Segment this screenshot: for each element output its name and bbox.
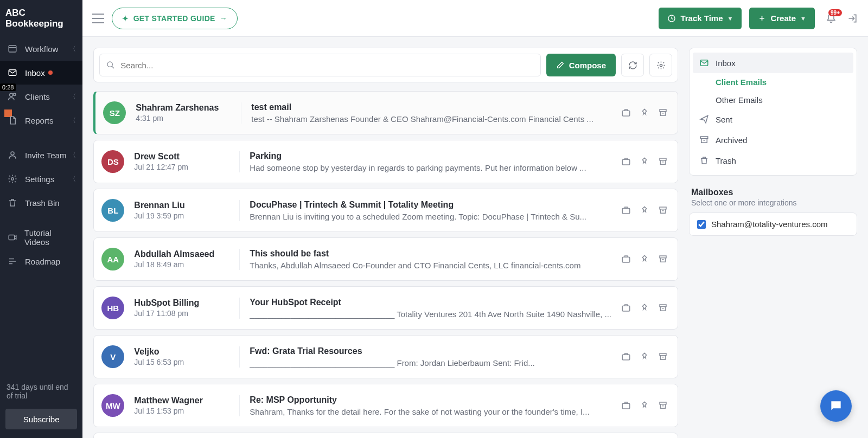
row-actions [621, 108, 668, 118]
email-time: Jul 15 6:53 pm [134, 358, 229, 366]
email-subject: DocuPhase | Trintech & Summit | Totality… [250, 200, 611, 210]
create-button[interactable]: ＋ Create ▼ [749, 8, 815, 29]
row-actions [621, 401, 668, 410]
refresh-button[interactable] [621, 54, 644, 76]
menu-icon[interactable] [92, 14, 104, 23]
svg-point-2 [10, 93, 13, 96]
sidebar-item-invite-team[interactable]: Invite Team〈 [0, 143, 82, 167]
email-row[interactable]: MKMax KingsleyRe: Totality Ventures Inte… [93, 433, 678, 438]
email-row[interactable]: DSDrew ScottJul 21 12:47 pmParkingHad so… [93, 140, 678, 183]
sender-name: HubSpot Billing [134, 298, 229, 308]
email-row[interactable]: SZShahram Zarshenas4:31 pmtest emailtest… [93, 91, 678, 134]
row-actions [621, 352, 668, 362]
folder-inbox[interactable]: Inbox [693, 53, 853, 73]
briefcase-icon[interactable] [621, 108, 631, 118]
svg-rect-14 [622, 208, 630, 214]
compose-button[interactable]: Compose [546, 54, 616, 76]
chevron-left-icon: 〈 [69, 151, 76, 160]
svg-point-3 [14, 93, 16, 96]
pin-icon[interactable] [640, 254, 649, 264]
sidebar-item-reports[interactable]: Reports〈 [0, 108, 82, 132]
pin-icon[interactable] [640, 108, 649, 118]
sidebar-item-label: Workflow [25, 44, 58, 54]
briefcase-icon[interactable] [621, 401, 631, 410]
avatar: HB [101, 297, 124, 319]
email-row[interactable]: MWMatthew WagnerJul 15 1:53 pmRe: MSP Op… [93, 384, 678, 427]
create-label: Create [770, 14, 796, 23]
sidebar-item-workflow[interactable]: Workflow〈 [0, 37, 82, 61]
folder-label: Trash [716, 156, 736, 165]
pin-icon[interactable] [640, 401, 649, 410]
sidebar-nav: Workflow〈Inbox0:28Clients〈Reports〈 Invit… [0, 37, 82, 374]
chevron-left-icon: 〈 [69, 44, 76, 54]
sidebar-item-inbox[interactable]: Inbox0:28 [0, 61, 82, 85]
folder-trash[interactable]: Trash [690, 150, 857, 171]
row-actions [621, 254, 668, 264]
archive-icon[interactable] [658, 157, 668, 166]
archive-icon[interactable] [658, 352, 668, 362]
get-started-guide-button[interactable]: ✦ GET STARTED GUIDE → [112, 8, 238, 29]
sidebar-item-tutorial-videos[interactable]: Tutorial Videos [0, 226, 82, 249]
sidebar: ABC Bookkeeping Workflow〈Inbox0:28Client… [0, 0, 82, 438]
email-preview: ________________________________ Totalit… [250, 310, 611, 319]
briefcase-icon[interactable] [621, 205, 631, 215]
track-time-button[interactable]: Track Time ▼ [659, 8, 742, 29]
email-time: Jul 19 3:59 pm [134, 211, 229, 220]
archive-icon[interactable] [658, 401, 668, 410]
notifications-button[interactable]: 99+ [822, 12, 840, 24]
email-row[interactable]: BLBrennan LiuJul 19 3:59 pmDocuPhase | T… [93, 189, 678, 232]
avatar: DS [101, 150, 124, 173]
sidebar-item-trash-bin[interactable]: Trash Bin [0, 191, 82, 215]
chat-fab[interactable] [820, 390, 852, 422]
archive-icon[interactable] [658, 108, 668, 118]
briefcase-icon[interactable] [621, 157, 631, 166]
notification-badge: 99+ [828, 9, 842, 16]
archive-icon[interactable] [658, 205, 668, 215]
sidebar-item-clients[interactable]: Clients〈 [0, 85, 82, 108]
email-preview: Thanks, Abdullah Almsaeed Co-Founder and… [250, 261, 611, 270]
sidebar-item-label: Trash Bin [25, 198, 60, 208]
folder-sent[interactable]: Sent [690, 109, 857, 130]
folder-archived[interactable]: Archived [690, 130, 857, 150]
mailbox-checkbox[interactable] [697, 220, 706, 229]
briefcase-icon[interactable] [621, 352, 631, 362]
subscribe-button[interactable]: Subscribe [5, 409, 77, 429]
pin-icon[interactable] [640, 157, 649, 166]
sidebar-item-settings[interactable]: Settings〈 [0, 167, 82, 191]
archive-icon[interactable] [658, 303, 668, 313]
sidebar-item-label: Inbox [25, 68, 45, 78]
logout-icon[interactable] [847, 13, 858, 24]
search-input[interactable] [120, 61, 533, 70]
mailboxes-header: Mailboxes Select one or more integration… [689, 188, 857, 212]
email-row[interactable]: VVeljkoJul 15 6:53 pmFwd: Grata Trial Re… [93, 335, 678, 378]
settings-button[interactable] [649, 54, 672, 76]
sender-name: Abdullah Almsaeed [134, 249, 229, 259]
briefcase-icon[interactable] [621, 254, 631, 264]
briefcase-icon[interactable] [621, 303, 631, 313]
mailbox-item[interactable]: Shahram@totality-ventures.com [689, 212, 857, 236]
sidebar-item-label: Clients [25, 92, 50, 101]
avatar: BL [101, 199, 124, 222]
email-row[interactable]: AAAbdullah AlmsaeedJul 18 8:49 amThis sh… [93, 237, 678, 281]
pin-icon[interactable] [640, 303, 649, 313]
email-preview: test -- Shahram Zarshenas Founder & CEO … [251, 114, 611, 124]
email-time: 4:31 pm [136, 114, 231, 123]
email-subject: Parking [250, 151, 611, 161]
pin-icon[interactable] [640, 205, 649, 215]
sparkle-icon: ✦ [122, 14, 129, 23]
svg-rect-23 [660, 402, 666, 404]
search-input-wrap[interactable] [99, 54, 540, 76]
archive-icon[interactable] [658, 254, 668, 264]
chevron-left-icon: 〈 [69, 92, 76, 101]
pin-icon[interactable] [640, 352, 649, 362]
settings-icon [7, 174, 18, 184]
topbar: ✦ GET STARTED GUIDE → Track Time ▼ ＋ Cre… [82, 0, 868, 37]
svg-rect-17 [660, 256, 666, 258]
svg-rect-13 [660, 158, 666, 160]
svg-point-4 [11, 152, 14, 155]
sidebar-item-roadmap[interactable]: Roadmap [0, 249, 82, 273]
email-row[interactable]: HBHubSpot BillingJul 17 11:08 pmYour Hub… [93, 286, 678, 330]
folder-client-emails[interactable]: Client Emails [690, 73, 857, 91]
folder-other-emails[interactable]: Other Emails [690, 91, 857, 109]
email-subject: Fwd: Grata Trial Resources [250, 346, 611, 356]
